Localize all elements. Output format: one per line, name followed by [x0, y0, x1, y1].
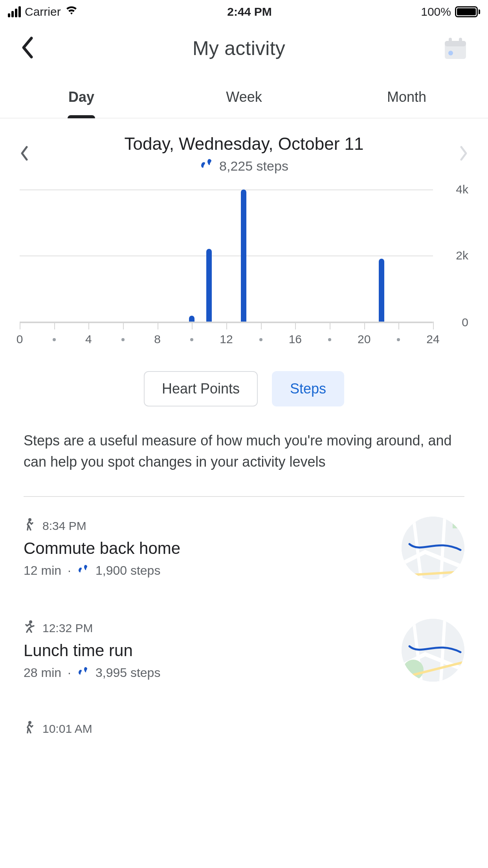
steps-toggle[interactable]: Steps	[272, 371, 344, 406]
chart-xtick: 4	[85, 333, 92, 346]
svg-point-5	[28, 518, 31, 521]
status-bar: Carrier 2:44 PM 100%	[0, 0, 488, 24]
activity-duration: 28 min	[24, 666, 61, 680]
steps-chart: 02k4k 04812162024	[20, 189, 468, 351]
activity-time: 10:01 AM	[42, 722, 92, 736]
svg-rect-1	[445, 41, 466, 46]
chart-xdot	[53, 338, 56, 341]
cellular-signal-icon	[8, 6, 21, 17]
chart-xtick: 20	[358, 333, 371, 346]
svg-point-11	[28, 721, 31, 724]
chart-xtick: 24	[426, 333, 439, 346]
chart-xdot	[121, 338, 125, 341]
app-header: My activity	[0, 24, 488, 77]
chart-bar	[241, 189, 246, 322]
svg-point-8	[29, 620, 32, 623]
svg-rect-7	[453, 517, 464, 528]
steps-icon	[77, 666, 89, 680]
activity-info: 12:32 PMLunch time run28 min·3,995 steps	[24, 620, 402, 680]
chart-xdot	[397, 338, 400, 341]
status-time: 2:44 PM	[227, 5, 272, 18]
tab-day[interactable]: Day	[0, 89, 163, 118]
heart-points-toggle[interactable]: Heart Points	[144, 371, 258, 406]
svg-point-4	[448, 51, 453, 55]
activity-subtitle: 12 min·1,900 steps	[24, 563, 402, 578]
chart-bar	[189, 316, 194, 322]
tab-week[interactable]: Week	[163, 89, 325, 118]
svg-point-10	[403, 660, 424, 680]
next-day-button[interactable]	[459, 145, 468, 163]
daily-steps-summary: 8,225 steps	[29, 158, 459, 174]
status-right: 100%	[421, 5, 480, 18]
chart-xdot	[259, 338, 262, 341]
prev-day-button[interactable]	[20, 145, 29, 163]
carrier-label: Carrier	[25, 5, 61, 18]
walk-icon	[24, 518, 35, 533]
chart-ytick: 4k	[437, 183, 468, 196]
svg-rect-2	[449, 38, 452, 43]
svg-rect-3	[459, 38, 462, 43]
chart-bar	[379, 259, 384, 322]
calendar-button[interactable]	[442, 35, 468, 61]
page-title: My activity	[193, 37, 285, 60]
back-button[interactable]	[20, 36, 35, 61]
activity-item[interactable]: 12:32 PMLunch time run28 min·3,995 steps	[0, 599, 488, 701]
chart-xtick: 8	[154, 333, 161, 346]
metric-toggle: Heart Points Steps	[0, 371, 488, 406]
activity-time: 12:32 PM	[42, 622, 93, 635]
chart-ytick: 0	[437, 316, 468, 329]
chart-xdot	[190, 338, 193, 341]
battery-percent: 100%	[421, 5, 451, 18]
activity-map-thumbnail	[402, 517, 464, 579]
status-left: Carrier	[8, 5, 78, 19]
chart-xtick: 0	[17, 333, 23, 346]
activity-map-thumbnail	[402, 619, 464, 682]
metric-description: Steps are a useful measure of how much y…	[0, 406, 488, 496]
activity-item[interactable]: 10:01 AM	[0, 701, 488, 756]
activity-title: Lunch time run	[24, 641, 402, 660]
activity-info: 10:01 AM	[24, 721, 464, 736]
activity-time: 8:34 PM	[42, 519, 86, 533]
daily-steps-label: 8,225 steps	[219, 158, 288, 174]
date-navigator: Today, Wednesday, October 11 8,225 steps	[0, 118, 488, 174]
activity-steps: 3,995 steps	[95, 666, 160, 680]
chart-bar	[206, 249, 212, 322]
steps-icon	[200, 158, 213, 174]
steps-icon	[77, 563, 89, 578]
current-date-title: Today, Wednesday, October 11	[29, 134, 459, 154]
activity-item[interactable]: 8:34 PMCommute back home12 min·1,900 ste…	[0, 497, 488, 599]
chart-xtick: 16	[289, 333, 302, 346]
chart-xtick: 12	[220, 333, 233, 346]
activity-steps: 1,900 steps	[95, 563, 160, 578]
chart-ytick: 2k	[437, 249, 468, 262]
walk-icon	[24, 721, 35, 736]
time-range-tabs: Day Week Month	[0, 77, 488, 118]
activity-info: 8:34 PMCommute back home12 min·1,900 ste…	[24, 518, 402, 578]
tab-month[interactable]: Month	[325, 89, 488, 118]
activity-title: Commute back home	[24, 539, 402, 558]
activity-duration: 12 min	[24, 563, 61, 578]
battery-icon	[455, 6, 480, 17]
activity-list: 8:34 PMCommute back home12 min·1,900 ste…	[0, 497, 488, 756]
wifi-icon	[65, 5, 78, 19]
chart-xdot	[328, 338, 331, 341]
activity-subtitle: 28 min·3,995 steps	[24, 666, 402, 680]
run-icon	[24, 620, 35, 636]
